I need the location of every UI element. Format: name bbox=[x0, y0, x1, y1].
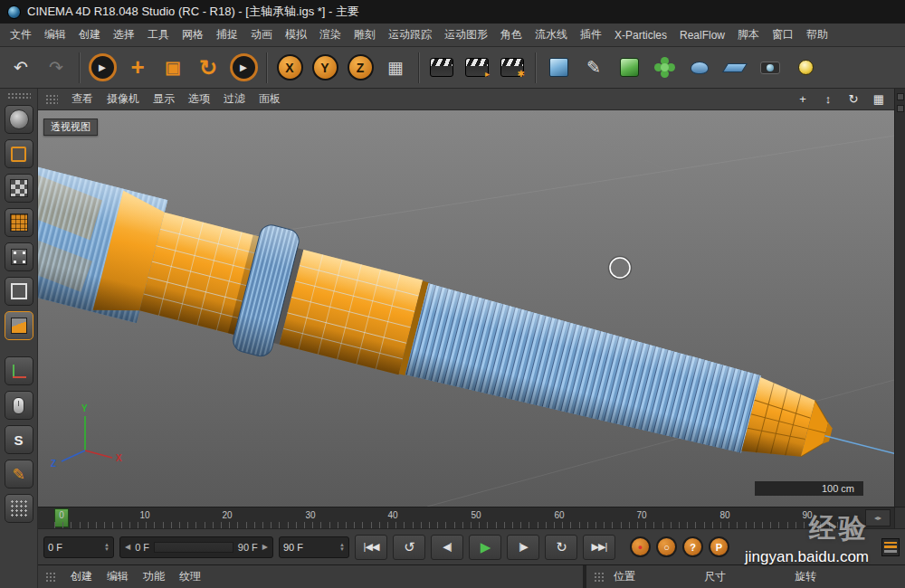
coordinate-system-button[interactable]: ▦ bbox=[379, 52, 412, 84]
menu-script[interactable]: 脚本 bbox=[731, 27, 766, 43]
polygons-mode-button[interactable] bbox=[5, 311, 33, 340]
material-menu-texture[interactable]: 纹理 bbox=[179, 569, 201, 584]
autokey-button[interactable]: ○ bbox=[656, 536, 677, 557]
menu-select[interactable]: 选择 bbox=[107, 27, 141, 43]
panel-tab-icon[interactable] bbox=[897, 105, 904, 112]
texture-axis-mode-button[interactable] bbox=[5, 208, 33, 237]
menu-mograph[interactable]: 运动图形 bbox=[438, 27, 494, 43]
prev-frame-button[interactable]: ◀| bbox=[431, 535, 463, 560]
lock-z-axis-button[interactable]: Z bbox=[344, 52, 376, 84]
prev-key-button[interactable]: ↺ bbox=[393, 535, 425, 560]
add-mograph-button[interactable] bbox=[648, 52, 681, 84]
add-light-button[interactable] bbox=[789, 52, 822, 84]
pan-view-icon[interactable]: + bbox=[795, 92, 811, 106]
vp-menu-display[interactable]: 显示 bbox=[153, 91, 175, 107]
menu-file[interactable]: 文件 bbox=[4, 27, 38, 43]
menu-tools[interactable]: 工具 bbox=[141, 27, 176, 43]
add-spline-button[interactable]: ✎ bbox=[577, 52, 610, 84]
grid-options-button[interactable] bbox=[5, 494, 33, 523]
timeline-panel-icon[interactable] bbox=[881, 538, 900, 556]
add-deformer-button[interactable] bbox=[683, 52, 716, 84]
play-button[interactable]: ▶ bbox=[469, 535, 501, 560]
menu-help[interactable]: 帮助 bbox=[800, 27, 834, 43]
material-menu-function[interactable]: 功能 bbox=[143, 569, 165, 584]
menu-window[interactable]: 窗口 bbox=[766, 27, 800, 43]
add-primitive-button[interactable] bbox=[542, 52, 575, 84]
points-cube-icon bbox=[11, 249, 27, 265]
menu-simulate[interactable]: 模拟 bbox=[279, 27, 313, 43]
axis-x-label: X bbox=[116, 453, 122, 463]
goto-end-button[interactable]: ▶▶| bbox=[583, 535, 615, 560]
vp-menu-options[interactable]: 选项 bbox=[188, 91, 210, 107]
panel-tab-icon[interactable] bbox=[897, 93, 904, 100]
next-frame-button[interactable]: |▶ bbox=[507, 535, 539, 560]
edges-mode-button[interactable] bbox=[5, 277, 33, 306]
world-mode-button[interactable] bbox=[5, 105, 33, 134]
palette-grip[interactable] bbox=[7, 92, 31, 100]
make-editable-button[interactable] bbox=[5, 139, 33, 168]
toggle-views-icon[interactable]: ▦ bbox=[871, 92, 887, 106]
menu-character[interactable]: 角色 bbox=[494, 27, 529, 43]
range-left-handle[interactable]: ◀ bbox=[125, 543, 130, 551]
add-environment-button[interactable] bbox=[719, 52, 751, 84]
vp-menu-view[interactable]: 查看 bbox=[71, 91, 93, 107]
vp-menu-filter[interactable]: 过滤 bbox=[224, 91, 245, 107]
rotate-tool-button[interactable]: ↻ bbox=[192, 52, 224, 84]
menu-realflow[interactable]: RealFlow bbox=[673, 29, 731, 42]
menu-render[interactable]: 渲染 bbox=[313, 27, 348, 43]
view-label[interactable]: 透视视图 bbox=[43, 119, 98, 136]
last-used-tool-button[interactable]: ► bbox=[227, 52, 260, 84]
next-key-button[interactable]: ↻ bbox=[545, 535, 577, 560]
zoom-view-icon[interactable]: ↕ bbox=[820, 92, 836, 106]
lock-x-axis-button[interactable]: X bbox=[273, 52, 306, 84]
menu-motion-tracker[interactable]: 运动跟踪 bbox=[382, 27, 438, 43]
undo-button[interactable]: ↶ bbox=[5, 52, 37, 84]
menu-animate[interactable]: 动画 bbox=[244, 27, 279, 43]
goto-start-button[interactable]: |◀◀ bbox=[355, 535, 387, 560]
preview-range-slider[interactable]: ◀ 0 F 90 F ▶ bbox=[119, 536, 273, 558]
current-frame-spinner[interactable]: 0 F ▲▼ bbox=[43, 536, 114, 558]
vp-menu-panel[interactable]: 面板 bbox=[259, 91, 281, 107]
redo-button[interactable]: ↷ bbox=[40, 52, 72, 84]
toolbar-separator bbox=[418, 52, 419, 83]
viewport-solo-button[interactable] bbox=[5, 391, 33, 420]
parameter-record-button[interactable]: P bbox=[709, 536, 729, 557]
menu-xparticles[interactable]: X-Particles bbox=[608, 29, 673, 42]
viewport-grip[interactable] bbox=[45, 94, 58, 105]
render-picture-viewer-button[interactable]: ▸ bbox=[461, 52, 493, 84]
rotate-view-icon[interactable]: ↻ bbox=[845, 92, 862, 106]
keyframe-selection-button[interactable]: ? bbox=[682, 536, 703, 557]
live-selection-button[interactable]: ► bbox=[86, 52, 119, 84]
menu-sculpt[interactable]: 雕刻 bbox=[348, 27, 382, 43]
end-frame-spinner[interactable]: 90 F ▲▼ bbox=[279, 536, 349, 558]
lock-y-axis-button[interactable]: Y bbox=[309, 52, 341, 84]
menu-plugins[interactable]: 插件 bbox=[574, 27, 608, 43]
render-view-button[interactable] bbox=[425, 52, 458, 84]
menu-edit[interactable]: 编辑 bbox=[38, 27, 72, 43]
enable-axis-button[interactable] bbox=[5, 356, 33, 385]
range-right-handle[interactable]: ▶ bbox=[262, 543, 268, 551]
material-menu-create[interactable]: 创建 bbox=[71, 569, 92, 584]
record-keyframe-button[interactable]: ● bbox=[630, 536, 651, 557]
material-menu-edit[interactable]: 编辑 bbox=[107, 569, 129, 584]
snap-button[interactable]: S bbox=[5, 425, 33, 454]
viewport-3d-canvas[interactable]: 透视视图 100 cm bbox=[38, 110, 894, 507]
material-panel-grip[interactable] bbox=[45, 572, 56, 583]
add-generator-button[interactable] bbox=[613, 52, 645, 84]
scale-tool-button[interactable]: ▣ bbox=[157, 52, 189, 84]
coordinates-panel-grip[interactable] bbox=[594, 572, 605, 583]
texture-mode-button[interactable] bbox=[5, 174, 33, 203]
menu-create[interactable]: 创建 bbox=[72, 27, 107, 43]
menu-mesh[interactable]: 网格 bbox=[176, 27, 210, 43]
menu-pipeline[interactable]: 流水线 bbox=[529, 27, 574, 43]
add-camera-button[interactable] bbox=[754, 52, 786, 84]
range-track[interactable] bbox=[154, 542, 233, 553]
vp-menu-camera[interactable]: 摄像机 bbox=[107, 91, 139, 107]
points-mode-button[interactable] bbox=[5, 242, 33, 271]
move-tool-button[interactable]: + bbox=[121, 52, 154, 84]
menu-snap[interactable]: 捕捉 bbox=[210, 27, 244, 43]
workplane-button[interactable]: ✎ bbox=[5, 460, 33, 488]
render-settings-button[interactable]: ✱ bbox=[496, 52, 529, 84]
ruler-scroll-box[interactable]: ◂▸ bbox=[865, 509, 891, 526]
timeline-ruler[interactable]: 0 10 20 30 40 50 60 70 80 90 ◂▸ bbox=[38, 507, 905, 528]
